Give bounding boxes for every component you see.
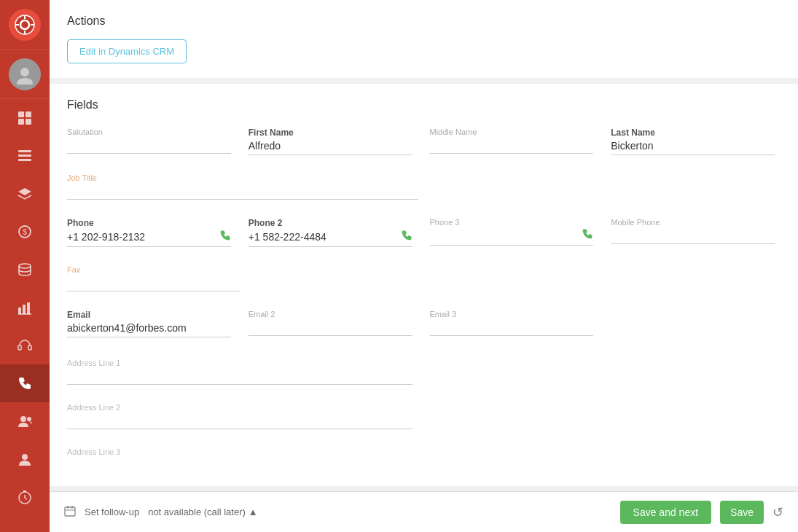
mobile-phone-field: Mobile Phone [611,214,781,255]
phone-value[interactable]: +1 202-918-2132 [67,230,231,247]
svg-point-7 [17,78,33,85]
app-logo-icon [9,9,41,41]
svg-rect-8 [18,112,24,117]
reset-button[interactable]: ↺ [772,504,783,520]
svg-rect-9 [26,112,31,117]
chevron-up-icon: ▲ [249,506,258,517]
phone-icon [219,230,231,244]
email2-field: Email 2 [249,305,418,345]
phone2-value[interactable]: +1 582-222-4484 [249,230,412,247]
svg-rect-14 [18,159,31,161]
fax-row: Fax [67,261,781,300]
phone3-value[interactable] [430,228,594,246]
job-title-field: Job Title [67,169,424,208]
user-avatar[interactable] [0,50,50,99]
follow-up-label: Set follow-up [85,506,139,517]
sidebar-logo [0,0,50,50]
sidebar-item-headset[interactable] [0,326,50,364]
sidebar-nav: $ [0,99,50,532]
save-button[interactable]: Save [720,501,764,524]
svg-rect-23 [18,345,21,350]
fax-field: Fax [67,261,246,300]
content-area: Actions Edit in Dynamics CRM Fields Salu… [50,0,798,491]
sidebar-item-dashboard[interactable] [0,99,50,137]
main-content: Actions Edit in Dynamics CRM Fields Salu… [50,0,798,532]
sidebar: $ [0,0,50,532]
middle-name-value[interactable] [430,138,594,154]
svg-rect-19 [18,308,21,314]
phone-label: Phone [67,218,231,228]
address2-value[interactable] [67,413,412,429]
address2-row: Address Line 2 [67,399,781,437]
email2-value[interactable] [249,320,412,336]
middle-name-label: Middle Name [430,128,594,136]
svg-point-27 [22,454,28,460]
svg-rect-30 [65,507,75,516]
calendar-icon [64,505,76,520]
address2-field: Address Line 2 [67,399,418,437]
bottom-bar: Set follow-up not available (call later)… [50,491,798,532]
email-field: Email abickerton41@forbes.com [67,305,237,345]
last-name-value[interactable]: Bickerton [611,139,775,155]
phone3-field: Phone 3 [430,214,600,255]
salutation-label: Salutation [67,128,231,136]
phone2-icon [401,230,412,244]
first-name-field: First Name Alfredo [249,123,418,163]
address3-field: Address Line 3 [67,443,418,466]
address1-label: Address Line 1 [67,359,412,367]
first-name-value[interactable]: Alfredo [249,139,412,155]
phone-row: Phone +1 202-918-2132 Phone 2 +1 582-222… [67,214,781,255]
address3-row: Address Line 3 [67,443,781,466]
last-name-field: Last Name Bickerton [611,123,781,163]
svg-point-25 [20,416,26,422]
job-title-label: Job Title [67,173,418,182]
email3-value[interactable] [430,320,594,336]
first-name-label: First Name [249,128,412,138]
empty-col [611,305,781,345]
address2-label: Address Line 2 [67,403,412,412]
save-and-next-button[interactable]: Save and next [620,501,712,524]
svg-rect-10 [18,119,24,125]
sidebar-item-users-gear[interactable] [0,402,50,440]
salutation-field: Salutation [67,123,237,163]
actions-title: Actions [67,15,781,28]
email-row: Email abickerton41@forbes.com Email 2 Em… [67,305,781,345]
name-row: Salutation First Name Alfredo Middle Nam… [67,123,781,163]
sidebar-item-phone[interactable] [0,364,50,402]
job-title-value[interactable] [67,184,418,200]
sidebar-item-database[interactable] [0,251,50,289]
phone3-label: Phone 3 [430,218,594,227]
svg-point-18 [19,264,31,268]
mobile-phone-value[interactable] [611,228,775,244]
salutation-value[interactable] [67,138,231,154]
phone2-field: Phone 2 +1 582-222-4484 [249,214,418,255]
email3-field: Email 3 [430,305,600,345]
fields-title: Fields [67,98,781,112]
sidebar-item-timer[interactable] [0,478,50,516]
avatar-icon [9,58,41,90]
svg-point-26 [27,417,31,421]
phone3-icon [582,228,593,243]
last-name-label: Last Name [611,128,775,138]
sidebar-item-inbox[interactable] [0,137,50,175]
phone2-label: Phone 2 [249,218,412,228]
edit-dynamics-crm-button[interactable]: Edit in Dynamics CRM [67,39,187,63]
address1-value[interactable] [67,369,412,385]
mobile-phone-label: Mobile Phone [611,218,775,227]
fields-section: Fields Salutation First Name Alfredo Mid… [50,84,798,486]
sidebar-item-person[interactable] [0,440,50,478]
svg-rect-13 [18,154,31,157]
email2-label: Email 2 [249,310,412,318]
address3-label: Address Line 3 [67,447,412,456]
job-title-row: Job Title [67,169,781,208]
middle-name-field: Middle Name [430,123,600,163]
svg-rect-20 [23,305,26,314]
email-value[interactable]: abickerton41@forbes.com [67,321,231,337]
sidebar-item-layers[interactable] [0,175,50,213]
follow-up-select[interactable]: not available (call later) ▲ [148,506,258,517]
fax-value[interactable] [67,275,240,292]
svg-rect-24 [28,345,31,350]
sidebar-item-coins[interactable]: $ [0,213,50,251]
sidebar-item-chart[interactable] [0,289,50,326]
phone-field: Phone +1 202-918-2132 [67,214,237,255]
